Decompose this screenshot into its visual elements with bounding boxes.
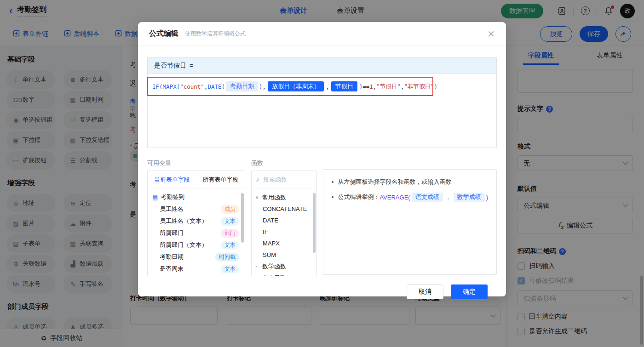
search-placeholder: 搜索函数	[263, 176, 287, 184]
app-root: ‹ 考勤签到 表单设计 表单设置 数据管理 ?	[0, 0, 644, 347]
function-list: ∨常用函数CONCATENATEDATEIFMAPXSUM›数学函数›文本函数	[252, 188, 316, 276]
function-DATE[interactable]: DATE	[252, 215, 316, 226]
function-group-常用函数[interactable]: ∨常用函数	[252, 192, 316, 203]
formula-token-pill[interactable]: 节假日	[331, 81, 357, 91]
formula-token-fn: )	[434, 83, 437, 90]
variable-name: 所属部门	[160, 229, 184, 237]
formula-token-num: 1	[369, 83, 373, 90]
type-badge: 文本	[221, 217, 239, 226]
variable-是否周末[interactable]: 是否周末文本	[148, 263, 245, 275]
functions-box: ⌕ 搜索函数 ∨常用函数CONCATENATEDATEIFMAPXSUM›数学函…	[251, 171, 317, 276]
formula-token-fn: DATE(	[207, 83, 225, 90]
formula-token-op: ,	[263, 83, 266, 90]
formula-token-op: ,	[373, 83, 377, 90]
function-IF[interactable]: IF	[252, 226, 316, 238]
tab-all-form-fields[interactable]: 所有表单字段	[196, 171, 245, 188]
modal-title: 公式编辑	[149, 29, 178, 39]
form-name: 考勤签到	[161, 193, 184, 201]
formula-token-str: "非节假日"	[404, 83, 434, 91]
modal-header: 公式编辑 使用数学运算符编辑公式 ✕	[138, 22, 506, 46]
variable-所属部门（文本）[interactable]: 所属部门（文本）文本	[148, 239, 245, 251]
group-name: 常用函数	[262, 193, 286, 202]
variable-list: ▤考勤签到员工姓名成员员工姓名（文本）文本所属部门部门所属部门（文本）文本考勤日…	[148, 188, 245, 276]
formula-panel: 是否节假日 = IF(MAPX("count",DATE(考勤日期),放假日（非…	[147, 57, 497, 148]
formula-token-fn: )	[259, 83, 263, 90]
chevron-down-icon: ∨	[255, 195, 260, 200]
variable-员工姓名（文本）[interactable]: 员工姓名（文本）文本	[148, 215, 245, 227]
function-search-input[interactable]: ⌕ 搜索函数	[252, 171, 316, 188]
group-name: 文本函数	[262, 274, 286, 277]
variables-box: 当前表单字段 所有表单字段 ▤考勤签到员工姓名成员员工姓名（文本）文本所属部门部…	[147, 171, 245, 276]
tip-line-2: 公式编辑举例： AVERAGE( 语文成绩 ， 数学成绩 )	[330, 193, 488, 202]
variable-tabs: 当前表单字段 所有表单字段	[148, 171, 245, 188]
functions-column: 函数 ⌕ 搜索函数 ∨常用函数CONCATENATEDATEIFMAPXSUM›…	[251, 159, 317, 276]
type-badge: 成员	[221, 205, 239, 214]
tips-column: 从左侧面板选择字段名和函数，或输入函数 公式编辑举例： AVERAGE( 语文成…	[323, 159, 497, 276]
formula-result-bar: 是否节假日 =	[148, 57, 496, 74]
tip-line-1: 从左侧面板选择字段名和函数，或输入函数	[330, 178, 488, 186]
bullet-icon	[332, 181, 334, 183]
formula-token-op: ==	[362, 83, 369, 90]
modal-footer: 取消 确定	[147, 276, 497, 299]
formula-token-fn: )	[359, 83, 363, 90]
function-SUM[interactable]: SUM	[252, 249, 316, 261]
variable-所属部门[interactable]: 所属部门部门	[148, 227, 245, 239]
function-group-文本函数[interactable]: ›文本函数	[252, 272, 316, 276]
formula-expression[interactable]: IF(MAPX("count",DATE(考勤日期),放假日（非周末）,节假日)…	[152, 81, 428, 91]
function-group-数学函数[interactable]: ›数学函数	[252, 261, 316, 272]
group-name: 数学函数	[262, 262, 286, 271]
formula-token-pill-light[interactable]: 考勤日期	[226, 81, 258, 91]
bullet-icon	[332, 196, 334, 198]
modal-subtitle: 使用数学运算符编辑公式	[185, 30, 246, 38]
scrollbar-thumb[interactable]	[241, 193, 244, 243]
formula-token-op: ,	[326, 83, 329, 90]
variable-form-root[interactable]: ▤考勤签到	[148, 191, 245, 203]
type-badge: 文本	[221, 241, 239, 250]
variable-name: 员工姓名（文本）	[160, 217, 207, 225]
formula-editor-area[interactable]: IF(MAPX("count",DATE(考勤日期),放假日（非周末）,节假日)…	[148, 74, 496, 148]
cancel-button[interactable]: 取消	[407, 284, 443, 299]
type-badge: 部门	[221, 229, 239, 238]
formula-token-str: "节假日"	[376, 83, 401, 91]
chevron-right-icon: ›	[255, 264, 260, 269]
tips-label	[323, 159, 497, 166]
variables-column: 可用变量 当前表单字段 所有表单字段 ▤考勤签到员工姓名成员员工姓名（文本）文本…	[147, 159, 245, 276]
confirm-button[interactable]: 确定	[451, 284, 488, 299]
result-field-name: 是否节假日	[154, 62, 186, 70]
example-field-pill: 数学成绩	[454, 193, 485, 202]
variables-label: 可用变量	[147, 159, 245, 167]
formula-token-str: "count"	[180, 83, 204, 90]
function-MAPX[interactable]: MAPX	[252, 238, 316, 249]
formula-token-op: ,	[401, 83, 404, 90]
example-field-pill: 语文成绩	[412, 193, 443, 202]
search-icon: ⌕	[256, 176, 260, 183]
close-icon[interactable]: ✕	[487, 29, 495, 39]
function-CONCATENATE[interactable]: CONCATENATE	[252, 203, 316, 215]
formula-editor-modal: 公式编辑 使用数学运算符编辑公式 ✕ 是否节假日 = IF(MAPX("coun…	[138, 22, 506, 296]
formula-token-op: ,	[204, 83, 208, 90]
tab-current-form-fields[interactable]: 当前表单字段	[148, 171, 196, 188]
chevron-right-icon: ›	[255, 275, 260, 276]
type-badge: 时间戳	[215, 253, 239, 262]
equals-sign: =	[190, 62, 193, 69]
scrollbar-thumb[interactable]	[313, 193, 316, 253]
formula-highlight-box: IF(MAPX("count",DATE(考勤日期),放假日（非周末）,节假日)…	[147, 77, 433, 96]
formula-token-fn: IF(MAPX(	[152, 83, 180, 90]
variable-name: 员工姓名	[160, 205, 184, 213]
functions-label: 函数	[251, 159, 317, 167]
type-badge: 文本	[221, 265, 239, 273]
variable-name: 是否周末	[160, 265, 184, 273]
example-function-name: AVERAGE(	[380, 194, 410, 201]
formula-token-pill[interactable]: 放假日（非周末）	[268, 81, 324, 91]
form-doc-icon: ▤	[152, 194, 158, 201]
tips-box: 从左侧面板选择字段名和函数，或输入函数 公式编辑举例： AVERAGE( 语文成…	[323, 169, 497, 275]
variable-name: 考勤日期	[160, 253, 184, 261]
variable-name: 所属部门（文本）	[160, 241, 207, 249]
variable-员工姓名[interactable]: 员工姓名成员	[148, 203, 245, 215]
variable-考勤日期[interactable]: 考勤日期时间戳	[148, 251, 245, 263]
